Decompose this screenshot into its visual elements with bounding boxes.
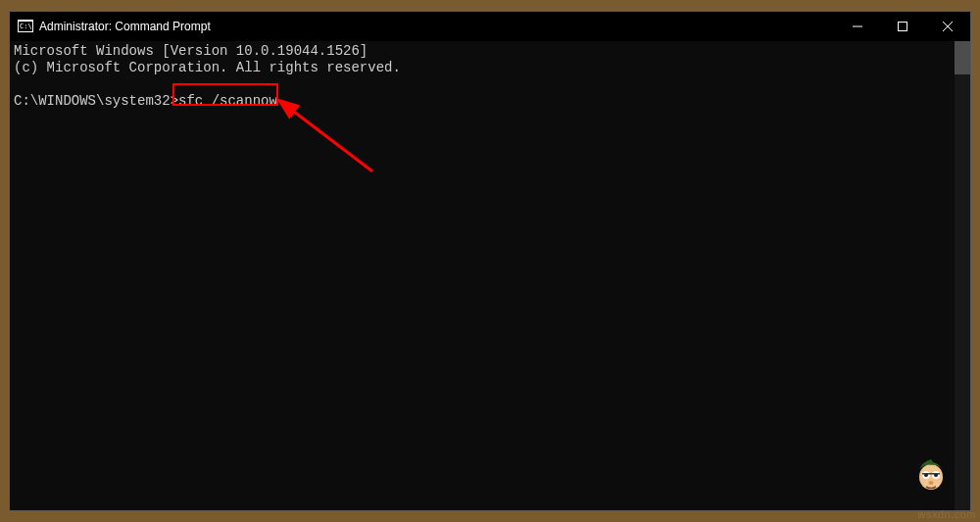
command-prompt-window: C:\ Administrator: Command Prompt Micros… (9, 11, 971, 511)
maximize-button[interactable] (880, 12, 925, 41)
close-button[interactable] (925, 12, 970, 41)
svg-rect-4 (899, 23, 907, 31)
cmd-icon: C:\ (18, 19, 33, 34)
vertical-scrollbar[interactable] (955, 41, 970, 510)
mascot-icon (911, 453, 951, 493)
minimize-button[interactable] (835, 12, 880, 41)
console-output[interactable]: Microsoft Windows [Version 10.0.19044.15… (10, 41, 970, 510)
console-line: Microsoft Windows [Version 10.0.19044.15… (14, 43, 368, 59)
console-line: (c) Microsoft Corporation. All rights re… (14, 60, 401, 75)
scrollbar-thumb[interactable] (955, 41, 970, 74)
svg-point-14 (929, 481, 934, 485)
window-title: Administrator: Command Prompt (39, 20, 211, 33)
watermark-text: wsxdn.com (917, 508, 976, 520)
titlebar[interactable]: C:\ Administrator: Command Prompt (10, 12, 970, 41)
console-command: sfc /scannow (178, 93, 277, 109)
svg-text:C:\: C:\ (20, 23, 32, 30)
console-prompt: C:\WINDOWS\system32> (14, 93, 178, 109)
svg-rect-13 (922, 473, 940, 475)
